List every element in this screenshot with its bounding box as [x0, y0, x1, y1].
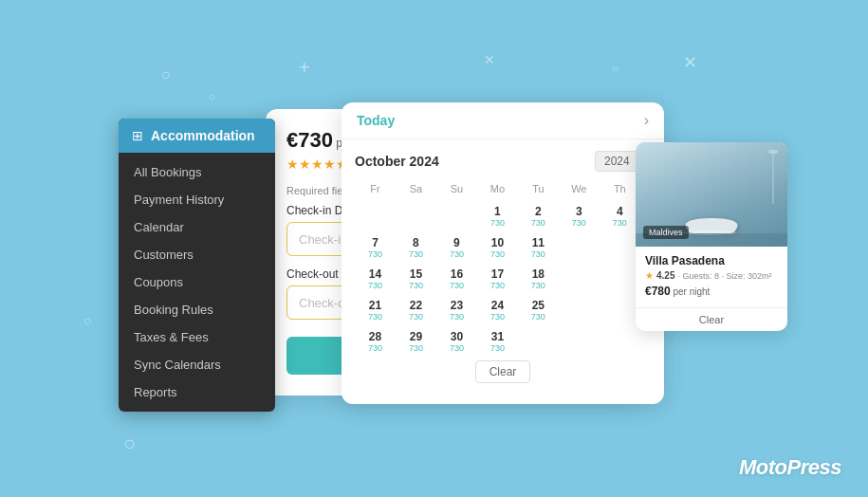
table-row[interactable]: 14730	[355, 263, 396, 294]
table-row[interactable]: 16730	[436, 263, 477, 294]
table-row[interactable]: 17730	[477, 263, 518, 294]
table-row[interactable]: 9730	[436, 231, 477, 263]
table-row[interactable]: 23730	[436, 294, 477, 325]
table-row	[518, 325, 559, 357]
sidebar-item-all-bookings[interactable]: All Bookings	[119, 158, 275, 186]
col-su: Su	[436, 181, 477, 200]
table-row[interactable]: 29730	[396, 325, 436, 357]
table-row	[600, 231, 640, 263]
table-row[interactable]: 22730	[396, 294, 436, 325]
calendar-month-label: October 2024	[355, 154, 439, 169]
table-row[interactable]: 31730	[477, 325, 518, 357]
table-row	[559, 325, 600, 357]
table-row[interactable]: 18730	[518, 263, 559, 294]
property-info: Villa Pasadena ★ 4.25 · Guests: 8 · Size…	[636, 247, 787, 307]
table-row	[559, 294, 600, 325]
sidebar-item-coupons[interactable]: Coupons	[119, 268, 275, 296]
col-tu: Tu	[518, 181, 559, 200]
table-row[interactable]: 25730	[518, 294, 559, 325]
sidebar-item-taxes-fees[interactable]: Taxes & Fees	[119, 323, 275, 351]
table-row	[600, 294, 640, 325]
table-row	[355, 200, 396, 231]
table-row[interactable]: 30730	[436, 325, 477, 357]
sidebar-header: ⊞ Accommodation	[119, 119, 275, 153]
sidebar-item-reports[interactable]: Reports	[119, 378, 275, 406]
sidebar-item-calendar[interactable]: Calendar	[119, 213, 275, 241]
sidebar-menu: All Bookings Payment History Calendar Cu…	[119, 153, 275, 412]
col-mo: Mo	[477, 181, 518, 200]
col-fr1: Fr	[355, 181, 396, 200]
table-row[interactable]: 1730	[477, 200, 518, 231]
table-row	[600, 325, 640, 357]
calendar-month-row: October 2024 2024	[355, 151, 651, 172]
property-star-icon: ★	[645, 270, 654, 281]
property-card: Maldives Villa Pasadena ★ 4.25 · Guests:…	[636, 142, 787, 331]
table-row	[396, 200, 436, 231]
col-sa: Sa	[396, 181, 436, 200]
property-price: €780 per night	[645, 285, 778, 298]
calendar-next-button[interactable]: ›	[644, 112, 649, 129]
card-clear-button[interactable]: Clear	[636, 307, 787, 331]
calendar-widget: Today › October 2024 2024 Fr Sa Su Mo Tu…	[342, 102, 664, 404]
brand-logo: MotoPress	[739, 455, 841, 480]
table-row[interactable]: 11730	[518, 231, 559, 263]
table-row[interactable]: 4730	[600, 200, 640, 231]
table-row[interactable]: 10730	[477, 231, 518, 263]
sidebar-item-sync-calendars[interactable]: Sync Calendars	[119, 351, 275, 378]
sidebar: ⊞ Accommodation All Bookings Payment His…	[119, 119, 275, 412]
location-badge: Maldives	[643, 226, 689, 239]
sidebar-item-customers[interactable]: Customers	[119, 241, 275, 268]
stars-display: ★★★★★	[286, 156, 348, 172]
table-row[interactable]: 2730	[518, 200, 559, 231]
sidebar-item-booking-rules[interactable]: Booking Rules	[119, 296, 275, 323]
sidebar-item-payment-history[interactable]: Payment History	[119, 186, 275, 213]
table-row[interactable]: 3730	[559, 200, 600, 231]
table-row[interactable]: 8730	[396, 231, 436, 263]
property-meta: ★ 4.25 · Guests: 8 · Size: 302m²	[645, 270, 778, 281]
table-row[interactable]: 21730	[355, 294, 396, 325]
calendar-body: October 2024 2024 Fr Sa Su Mo Tu We Th F…	[342, 139, 664, 404]
table-row	[559, 263, 600, 294]
property-image: Maldives	[636, 142, 787, 247]
table-row	[600, 263, 640, 294]
col-th: Th	[600, 181, 640, 200]
table-row	[436, 200, 477, 231]
col-we: We	[559, 181, 600, 200]
table-row[interactable]: 7730	[355, 231, 396, 263]
sidebar-title: Accommodation	[151, 128, 255, 143]
property-details: · Guests: 8 · Size: 302m²	[677, 271, 771, 281]
property-rating: 4.25	[656, 270, 674, 281]
calendar-header: Today ›	[342, 102, 664, 139]
property-name: Villa Pasadena	[645, 254, 778, 267]
table-row[interactable]: 28730	[355, 325, 396, 357]
grid-icon: ⊞	[132, 128, 143, 143]
table-row[interactable]: 24730	[477, 294, 518, 325]
today-button[interactable]: Today	[357, 113, 395, 128]
table-row	[559, 231, 600, 263]
calendar-clear-button[interactable]: Clear	[475, 360, 531, 383]
calendar-grid: Fr Sa Su Mo Tu We Th Fr 1730273037304730…	[355, 181, 651, 357]
table-row[interactable]: 15730	[396, 263, 436, 294]
